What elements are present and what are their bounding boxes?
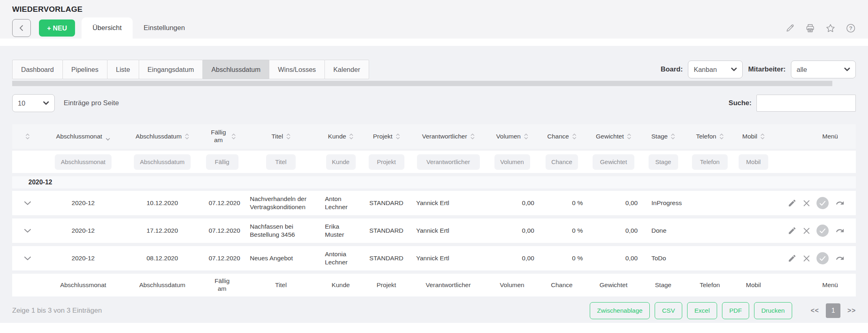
filter-input-stage[interactable]	[649, 154, 678, 170]
cell-gewichtet: 0,00	[586, 224, 641, 237]
horizontal-scrollbar[interactable]	[12, 81, 832, 86]
column-header-gewichtet[interactable]: Gewichtet	[586, 131, 641, 142]
column-header-abschlussdatum[interactable]: Abschlussdatum	[124, 131, 201, 142]
filter-input-gewichtet[interactable]	[593, 154, 634, 170]
view-tab-liste[interactable]: Liste	[107, 60, 139, 79]
column-header-volumen[interactable]: Volumen	[487, 131, 537, 142]
cell-telefon	[685, 201, 734, 205]
column-header-projekt[interactable]: Projekt	[363, 131, 410, 142]
edit-icon[interactable]	[785, 23, 795, 33]
pagination-page-1[interactable]: 1	[826, 303, 840, 318]
board-label: Board:	[661, 65, 683, 74]
footer-column-label-gewichtet: Gewichtet	[599, 281, 627, 289]
cell-projekt: STANDARD	[363, 197, 410, 210]
delete-icon[interactable]	[803, 227, 810, 235]
table-row: 2020-1217.12.202007.12.2020Nachfassen be…	[12, 218, 856, 243]
filter-input-faellig[interactable]	[206, 154, 238, 170]
pagination-next-button[interactable]: >>	[847, 307, 856, 314]
filter-cell-gewichtet	[586, 154, 641, 170]
view-tab-kalender[interactable]: Kalender	[324, 60, 369, 79]
view-tab-eingangsdatum[interactable]: Eingangsdatum	[139, 60, 203, 79]
chevron-down-icon	[731, 67, 737, 71]
view-tab-pipelines[interactable]: Pipelines	[62, 60, 107, 79]
column-label: Fällig am	[209, 129, 228, 144]
staff-select[interactable]: alle	[791, 61, 856, 78]
star-icon[interactable]	[825, 23, 836, 33]
export-button-pdf[interactable]: PDF	[722, 302, 749, 319]
column-label: Verantwortlicher	[422, 133, 467, 141]
column-header-stage[interactable]: Stage	[641, 131, 685, 142]
view-tabs: DashboardPipelinesListeEingangsdatumAbsc…	[12, 60, 369, 79]
toolbar-tab-einstellungen[interactable]: Einstellungen	[133, 17, 196, 39]
pagination-prev-button[interactable]: <<	[811, 307, 819, 314]
delete-icon[interactable]	[803, 199, 810, 207]
filter-input-volumen[interactable]	[494, 154, 530, 170]
forward-icon[interactable]	[835, 199, 845, 208]
page-size-value: 10	[18, 99, 25, 107]
back-button[interactable]	[12, 19, 31, 37]
filter-input-abschlussdatum[interactable]	[134, 154, 191, 170]
column-header-abschlussmonat[interactable]: Abschlussmonat	[43, 129, 124, 144]
search-input[interactable]	[756, 95, 856, 112]
expand-row-icon[interactable]	[22, 227, 33, 235]
filter-input-projekt[interactable]	[369, 154, 404, 170]
complete-icon[interactable]	[816, 197, 829, 209]
view-tab-wins-losses[interactable]: Wins/Losses	[269, 60, 325, 79]
filter-input-titel[interactable]	[266, 154, 296, 170]
export-button-drucken[interactable]: Drucken	[754, 302, 792, 319]
cell-gewichtet: 0,00	[586, 197, 641, 210]
filter-input-mobil[interactable]	[739, 154, 768, 170]
column-label: Volumen	[496, 133, 520, 141]
expand-row-icon[interactable]	[22, 255, 33, 262]
cell-projekt: STANDARD	[363, 252, 410, 265]
column-header-faellig[interactable]: Fällig am	[201, 127, 243, 145]
filter-cell-titel	[243, 154, 318, 170]
toolbar-tab-übersicht[interactable]: Übersicht	[82, 17, 133, 39]
column-header-verantwortlicher[interactable]: Verantwortlicher	[410, 131, 487, 142]
column-header-mobil[interactable]: Mobil	[734, 131, 773, 142]
delete-icon[interactable]	[803, 255, 810, 262]
sort-all-header[interactable]	[12, 132, 43, 141]
filter-input-telefon[interactable]	[692, 154, 728, 170]
sort-icon	[524, 134, 528, 139]
column-label: Kunde	[328, 133, 346, 141]
forward-icon[interactable]	[835, 254, 845, 263]
cell-volumen: 0,00	[487, 252, 537, 265]
cell-abschlussmonat: 2020-12	[43, 252, 124, 265]
filter-input-abschlussmonat[interactable]	[55, 154, 112, 170]
column-header-telefon[interactable]: Telefon	[685, 131, 734, 142]
expand-row-icon[interactable]	[22, 199, 33, 207]
cell-chance: 0 %	[537, 224, 586, 237]
complete-icon[interactable]	[816, 252, 829, 264]
edit-icon[interactable]	[788, 199, 797, 208]
filter-cell-abschlussdatum	[124, 154, 201, 170]
forward-icon[interactable]	[835, 226, 845, 235]
edit-icon[interactable]	[788, 254, 797, 263]
column-header-kunde[interactable]: Kunde	[318, 131, 363, 142]
sort-icon	[26, 134, 30, 139]
sort-desc-icon	[105, 135, 110, 143]
edit-icon[interactable]	[788, 226, 797, 235]
bottom-bar: Zeige 1 bis 3 von 3 Einträgen Zwischenab…	[12, 302, 856, 319]
help-icon[interactable]: ?	[846, 23, 856, 33]
filter-input-kunde[interactable]	[326, 154, 356, 170]
complete-icon[interactable]	[816, 225, 829, 237]
column-header-chance[interactable]: Chance	[537, 131, 586, 142]
cell-kunde: Anton Lechner	[318, 192, 363, 214]
page-size-select[interactable]: 10	[12, 94, 55, 112]
staff-label: Mitarbeiter:	[748, 65, 786, 74]
view-tab-dashboard[interactable]: Dashboard	[12, 60, 63, 79]
export-button-excel[interactable]: Excel	[687, 302, 717, 319]
export-button-zwischenablage[interactable]: Zwischenablage	[590, 302, 650, 319]
column-header-titel[interactable]: Titel	[243, 131, 318, 142]
new-button[interactable]: + NEU	[39, 19, 75, 37]
filter-input-verantwortlicher[interactable]	[417, 154, 480, 170]
board-select-value: Kanban	[694, 66, 717, 74]
filter-input-chance[interactable]	[546, 154, 578, 170]
table-footer-row: AbschlussmonatAbschlussdatumFällig amTit…	[12, 274, 856, 296]
print-icon[interactable]	[805, 23, 815, 33]
board-select[interactable]: Kanban	[688, 61, 743, 78]
view-tab-abschlussdatum[interactable]: Abschlussdatum	[202, 60, 269, 79]
export-button-csv[interactable]: CSV	[655, 302, 682, 319]
footer-column-label-abschlussmonat: Abschlussmonat	[60, 281, 106, 289]
